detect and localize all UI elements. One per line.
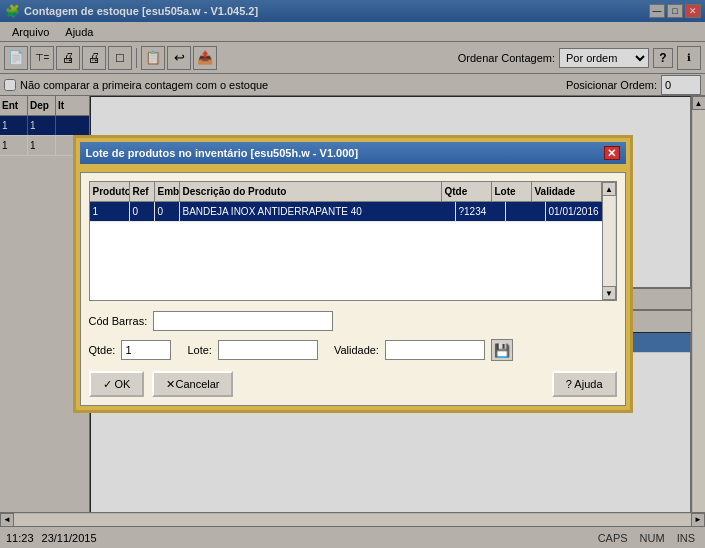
validade-label: Validade: bbox=[334, 344, 379, 356]
col-lote-header: Lote bbox=[492, 182, 532, 201]
col-validade-header: Validade bbox=[532, 182, 602, 201]
cell-produto-0: 1 bbox=[90, 202, 130, 221]
product-row-0[interactable]: 1 0 0 BANDEJA INOX ANTIDERRAPANTE 40 ?12… bbox=[90, 202, 616, 222]
product-table-rows: 1 0 0 BANDEJA INOX ANTIDERRAPANTE 40 ?12… bbox=[90, 202, 616, 300]
product-table-header: Produto Ref Emb Descrição do Produto Qtd… bbox=[90, 182, 616, 202]
product-scroll-track[interactable] bbox=[603, 196, 615, 286]
product-table: Produto Ref Emb Descrição do Produto Qtd… bbox=[89, 181, 617, 301]
modal-title-bar: Lote de produtos no inventário [esu505h.… bbox=[80, 142, 626, 164]
dialog-right-buttons: ? Ajuda bbox=[552, 371, 617, 397]
cell-qtde-0: ?1234 bbox=[456, 202, 506, 221]
lote-input[interactable] bbox=[218, 340, 318, 360]
cod-barras-row: Cód Barras: bbox=[89, 311, 617, 331]
modal-dialog: Lote de produtos no inventário [esu505h.… bbox=[73, 135, 633, 413]
col-qtde-header: Qtde bbox=[442, 182, 492, 201]
cod-barras-input[interactable] bbox=[153, 311, 333, 331]
cell-descricao-0: BANDEJA INOX ANTIDERRAPANTE 40 bbox=[180, 202, 456, 221]
cell-lote-0 bbox=[506, 202, 546, 221]
modal-content: Produto Ref Emb Descrição do Produto Qtd… bbox=[80, 172, 626, 406]
ajuda-button[interactable]: ? Ajuda bbox=[552, 371, 617, 397]
qtde-lote-validade-row: Qtde: Lote: Validade: 💾 bbox=[89, 339, 617, 361]
product-scroll-up[interactable]: ▲ bbox=[602, 182, 616, 196]
col-ref-header: Ref bbox=[130, 182, 155, 201]
col-emb-header: Emb bbox=[155, 182, 180, 201]
dialog-left-buttons: ✓ OK ✕Cancelar bbox=[89, 371, 234, 397]
modal-overlay: Lote de produtos no inventário [esu505h.… bbox=[0, 0, 705, 548]
lote-label: Lote: bbox=[187, 344, 211, 356]
cod-barras-label: Cód Barras: bbox=[89, 315, 148, 327]
modal-close-button[interactable]: ✕ bbox=[604, 146, 620, 160]
validade-input[interactable] bbox=[385, 340, 485, 360]
modal-title: Lote de produtos no inventário [esu505h.… bbox=[86, 147, 359, 159]
qtde-label: Qtde: bbox=[89, 344, 116, 356]
cell-emb-0: 0 bbox=[155, 202, 180, 221]
col-produto-header: Produto bbox=[90, 182, 130, 201]
cancelar-button[interactable]: ✕Cancelar bbox=[152, 371, 233, 397]
cell-ref-0: 0 bbox=[130, 202, 155, 221]
col-descricao-header: Descrição do Produto bbox=[180, 182, 442, 201]
qtde-input[interactable] bbox=[121, 340, 171, 360]
ok-button[interactable]: ✓ OK bbox=[89, 371, 145, 397]
product-table-scrollbar[interactable]: ▲ ▼ bbox=[602, 182, 616, 300]
save-button[interactable]: 💾 bbox=[491, 339, 513, 361]
dialog-buttons: ✓ OK ✕Cancelar ? Ajuda bbox=[89, 371, 617, 397]
product-scroll-down[interactable]: ▼ bbox=[602, 286, 616, 300]
